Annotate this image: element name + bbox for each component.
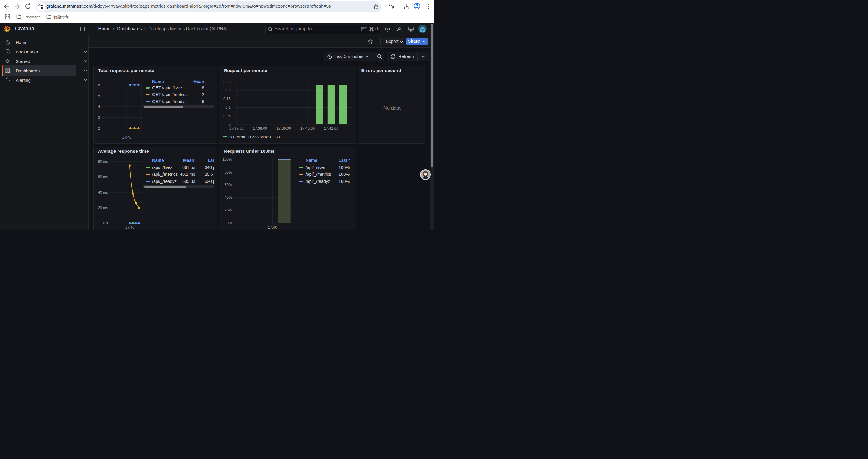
svg-text:17:40:00: 17:40:00 xyxy=(301,126,315,131)
svg-text:0 s: 0 s xyxy=(103,221,108,225)
svg-text:80%: 80% xyxy=(224,170,232,174)
svg-text:17:40: 17:40 xyxy=(268,225,277,230)
svg-text:Mean: 0.233: Mean: 0.233 xyxy=(236,135,258,139)
svg-text:17:37:00: 17:37:00 xyxy=(229,126,244,131)
svg-text:4: 4 xyxy=(98,104,100,109)
svg-text:100%: 100% xyxy=(222,157,232,161)
svg-text:40 ms: 40 ms xyxy=(98,190,108,194)
svg-text:17:41:00: 17:41:00 xyxy=(324,126,339,131)
svg-text:0.25: 0.25 xyxy=(223,80,230,84)
svg-text:3: 3 xyxy=(98,116,100,120)
svg-text:0%: 0% xyxy=(226,221,232,225)
svg-text:Max: 0.233: Max: 0.233 xyxy=(260,135,280,139)
svg-text:6: 6 xyxy=(98,83,100,87)
svg-text:40%: 40% xyxy=(224,196,232,200)
svg-text:80 ms: 80 ms xyxy=(98,159,108,163)
svg-text:2: 2 xyxy=(98,126,100,131)
svg-text:17:40: 17:40 xyxy=(122,135,131,139)
svg-text:0.15: 0.15 xyxy=(223,97,230,101)
svg-text:17:38:00: 17:38:00 xyxy=(253,126,267,131)
svg-text:5: 5 xyxy=(98,94,100,98)
svg-text:0: 0 xyxy=(229,122,231,126)
svg-text:17:40: 17:40 xyxy=(125,225,134,230)
svg-text:0.05: 0.05 xyxy=(223,114,230,118)
svg-text:17:39:00: 17:39:00 xyxy=(277,126,291,131)
svg-text:20 ms: 20 ms xyxy=(98,205,108,210)
svg-text:0.2: 0.2 xyxy=(225,89,230,93)
svg-text:60%: 60% xyxy=(224,183,232,187)
svg-text:20%: 20% xyxy=(224,208,232,212)
svg-text:0.1: 0.1 xyxy=(225,105,230,109)
svg-text:2xx: 2xx xyxy=(228,135,234,139)
svg-text:60 ms: 60 ms xyxy=(98,174,108,179)
